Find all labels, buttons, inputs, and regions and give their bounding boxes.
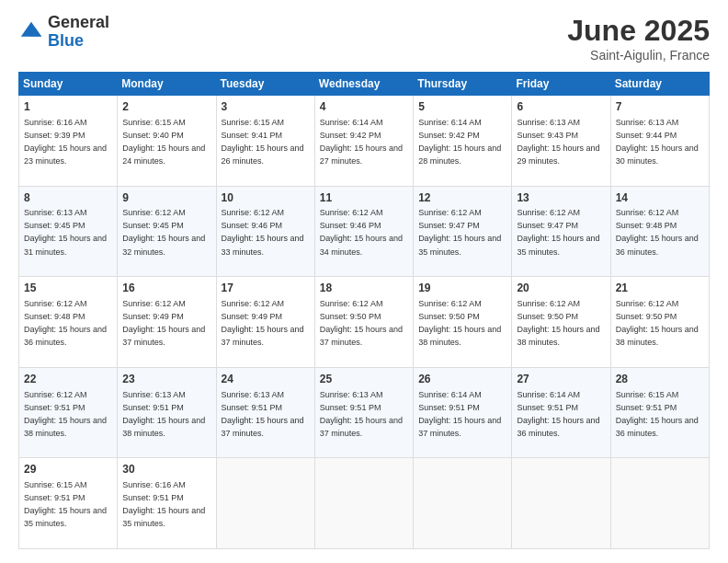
table-row: 10Sunrise: 6:12 AMSunset: 9:46 PMDayligh… — [216, 186, 314, 277]
table-row: 7Sunrise: 6:13 AMSunset: 9:44 PMDaylight… — [610, 96, 709, 187]
logo: General Blue — [18, 14, 109, 51]
table-row: 29Sunrise: 6:15 AMSunset: 9:51 PMDayligh… — [19, 458, 118, 549]
col-friday: Friday — [512, 73, 610, 96]
logo-blue: Blue — [48, 32, 109, 51]
table-row: 15Sunrise: 6:12 AMSunset: 9:48 PMDayligh… — [19, 277, 118, 368]
header: General Blue June 2025 Saint-Aigulin, Fr… — [18, 14, 710, 63]
week-row-4: 22Sunrise: 6:12 AMSunset: 9:51 PMDayligh… — [19, 367, 710, 458]
table-row: 5Sunrise: 6:14 AMSunset: 9:42 PMDaylight… — [414, 96, 512, 187]
table-row: 17Sunrise: 6:12 AMSunset: 9:49 PMDayligh… — [216, 277, 314, 368]
table-row: 25Sunrise: 6:13 AMSunset: 9:51 PMDayligh… — [314, 367, 413, 458]
week-row-2: 8Sunrise: 6:13 AMSunset: 9:45 PMDaylight… — [19, 186, 710, 277]
table-row — [216, 458, 314, 549]
table-row: 13Sunrise: 6:12 AMSunset: 9:47 PMDayligh… — [512, 186, 610, 277]
logo-text: General Blue — [48, 14, 109, 51]
calendar-subtitle: Saint-Aigulin, France — [567, 48, 710, 63]
table-row: 1Sunrise: 6:16 AMSunset: 9:39 PMDaylight… — [19, 96, 118, 187]
calendar-table: Sunday Monday Tuesday Wednesday Thursday… — [18, 72, 710, 549]
header-row: Sunday Monday Tuesday Wednesday Thursday… — [19, 73, 710, 96]
table-row: 24Sunrise: 6:13 AMSunset: 9:51 PMDayligh… — [216, 367, 314, 458]
table-row: 9Sunrise: 6:12 AMSunset: 9:45 PMDaylight… — [118, 186, 216, 277]
table-row: 8Sunrise: 6:13 AMSunset: 9:45 PMDaylight… — [19, 186, 118, 277]
table-row: 16Sunrise: 6:12 AMSunset: 9:49 PMDayligh… — [118, 277, 216, 368]
col-saturday: Saturday — [610, 73, 709, 96]
table-row: 20Sunrise: 6:12 AMSunset: 9:50 PMDayligh… — [512, 277, 610, 368]
col-monday: Monday — [118, 73, 216, 96]
logo-icon — [18, 19, 44, 45]
page: General Blue June 2025 Saint-Aigulin, Fr… — [0, 0, 728, 563]
calendar-title: June 2025 — [567, 14, 710, 48]
col-thursday: Thursday — [414, 73, 512, 96]
table-row: 22Sunrise: 6:12 AMSunset: 9:51 PMDayligh… — [19, 367, 118, 458]
table-row: 28Sunrise: 6:15 AMSunset: 9:51 PMDayligh… — [610, 367, 709, 458]
table-row: 12Sunrise: 6:12 AMSunset: 9:47 PMDayligh… — [414, 186, 512, 277]
table-row — [314, 458, 413, 549]
table-row: 26Sunrise: 6:14 AMSunset: 9:51 PMDayligh… — [414, 367, 512, 458]
week-row-3: 15Sunrise: 6:12 AMSunset: 9:48 PMDayligh… — [19, 277, 710, 368]
table-row: 11Sunrise: 6:12 AMSunset: 9:46 PMDayligh… — [314, 186, 413, 277]
week-row-1: 1Sunrise: 6:16 AMSunset: 9:39 PMDaylight… — [19, 96, 710, 187]
table-row: 21Sunrise: 6:12 AMSunset: 9:50 PMDayligh… — [610, 277, 709, 368]
table-row — [414, 458, 512, 549]
col-wednesday: Wednesday — [314, 73, 413, 96]
table-row: 23Sunrise: 6:13 AMSunset: 9:51 PMDayligh… — [118, 367, 216, 458]
table-row — [512, 458, 610, 549]
week-row-5: 29Sunrise: 6:15 AMSunset: 9:51 PMDayligh… — [19, 458, 710, 549]
table-row: 3Sunrise: 6:15 AMSunset: 9:41 PMDaylight… — [216, 96, 314, 187]
logo-general: General — [48, 14, 109, 32]
table-row: 6Sunrise: 6:13 AMSunset: 9:43 PMDaylight… — [512, 96, 610, 187]
table-row: 18Sunrise: 6:12 AMSunset: 9:50 PMDayligh… — [314, 277, 413, 368]
title-block: June 2025 Saint-Aigulin, France — [567, 14, 710, 63]
col-sunday: Sunday — [19, 73, 118, 96]
table-row — [610, 458, 709, 549]
col-tuesday: Tuesday — [216, 73, 314, 96]
table-row: 27Sunrise: 6:14 AMSunset: 9:51 PMDayligh… — [512, 367, 610, 458]
table-row: 4Sunrise: 6:14 AMSunset: 9:42 PMDaylight… — [314, 96, 413, 187]
table-row: 30Sunrise: 6:16 AMSunset: 9:51 PMDayligh… — [118, 458, 216, 549]
table-row: 2Sunrise: 6:15 AMSunset: 9:40 PMDaylight… — [118, 96, 216, 187]
table-row: 19Sunrise: 6:12 AMSunset: 9:50 PMDayligh… — [414, 277, 512, 368]
table-row: 14Sunrise: 6:12 AMSunset: 9:48 PMDayligh… — [610, 186, 709, 277]
